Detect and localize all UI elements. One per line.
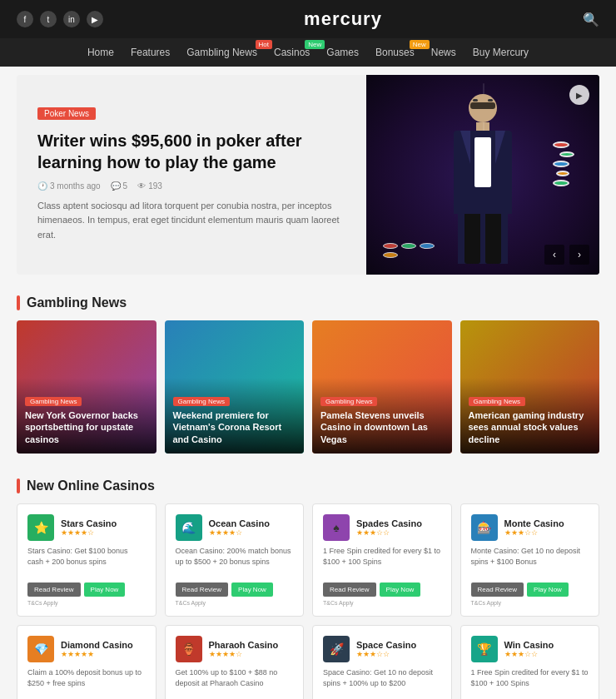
stars-tc: T&Cs Apply (27, 600, 146, 606)
casino-spades-header: ♠ Spades Casino ★★★☆☆ (323, 514, 441, 541)
prev-arrow[interactable]: ‹ (544, 245, 564, 265)
casino-win-header: 🏆 Win Casino ★★★☆☆ (471, 636, 589, 662)
top-header: f t in ▶ mercury 🔍 (0, 0, 616, 38)
ocean-casino-logo: 🌊 (176, 514, 202, 541)
casinos-section: New Online Casinos ⭐ Stars Casino ★★★★☆ … (0, 466, 616, 699)
stars-review-btn[interactable]: Read Review (27, 582, 81, 597)
search-button[interactable]: 🔍 (583, 12, 599, 27)
monte-casino-rating: ★★★☆☆ (504, 528, 564, 537)
hero-category-badge: Poker News (37, 107, 96, 120)
nav-features[interactable]: Features (131, 47, 170, 58)
casino-pharaoh: 🏺 Pharaoh Casino ★★★★☆ Get 100% up to $1… (165, 625, 305, 699)
gambling-news-title: Gambling News (17, 295, 599, 310)
win-casino-logo: 🏆 (471, 636, 498, 662)
social-icons: f t in ▶ (17, 11, 103, 27)
news-cat-3: Gambling News (320, 397, 377, 406)
win-casino-rating: ★★★☆☆ (504, 650, 554, 658)
win-casino-name: Win Casino (504, 640, 554, 650)
casino-space-header: 🚀 Space Casino ★★★☆☆ (323, 636, 441, 662)
monte-review-btn[interactable]: Read Review (471, 582, 524, 597)
casino-monte-header: 🎰 Monte Casino ★★★☆☆ (471, 514, 589, 541)
hero-section: Poker News Writer wins $95,600 in poker … (17, 75, 599, 275)
ocean-play-btn[interactable]: Play Now (231, 582, 273, 597)
space-casino-desc: Space Casino: Get 10 no deposit spins + … (323, 667, 441, 697)
twitter-icon[interactable]: t (40, 11, 57, 27)
spades-casino-rating: ★★★☆☆ (356, 528, 422, 537)
casino-monte: 🎰 Monte Casino ★★★☆☆ Monte Casino: Get 1… (460, 503, 600, 617)
pharaoh-casino-desc: Get 100% up to $100 + $88 no deposit at … (176, 667, 294, 697)
site-title: mercury (304, 8, 382, 30)
news-title-1: New York Governor backs sportsbetting fo… (25, 409, 148, 445)
casino-ocean-header: 🌊 Ocean Casino ★★★★☆ (176, 514, 294, 541)
stars-play-btn[interactable]: Play Now (84, 582, 126, 597)
news-card-1[interactable]: Gambling News New York Governor backs sp… (17, 320, 156, 454)
next-arrow[interactable]: › (569, 245, 589, 265)
spades-review-btn[interactable]: Read Review (323, 582, 376, 597)
news-title-4: American gaming industry sees annual sto… (469, 409, 592, 445)
ocean-review-btn[interactable]: Read Review (176, 582, 229, 597)
casino-space: 🚀 Space Casino ★★★☆☆ Space Casino: Get 1… (312, 625, 452, 699)
diamond-casino-logo: 💎 (27, 636, 54, 662)
casino-spades: ♠ Spades Casino ★★★☆☆ 1 Free Spin credit… (312, 503, 452, 617)
casino-diamond: 💎 Diamond Casino ★★★★★ Claim a 100% depo… (17, 625, 156, 699)
youtube-icon[interactable]: ▶ (87, 11, 103, 27)
spades-casino-desc: 1 Free Spin credited for every $1 to $10… (323, 546, 441, 576)
news-title-2: Weekend premiere for Vietnam's Corona Re… (173, 409, 296, 445)
hero-content: Poker News Writer wins $95,600 in poker … (17, 75, 366, 275)
stars-casino-name: Stars Casino (61, 518, 117, 528)
monte-casino-desc: Monte Casino: Get 10 no deposit spins + … (471, 546, 589, 576)
monte-casino-name: Monte Casino (504, 518, 564, 528)
gambling-news-section: Gambling News Gambling News New York Gov… (0, 283, 616, 466)
pharaoh-casino-name: Pharaoh Casino (209, 640, 279, 650)
main-nav: Home Features Gambling News Hot Casinos … (0, 38, 616, 67)
casino-stars: ⭐ Stars Casino ★★★★☆ Stars Casino: Get $… (17, 503, 156, 617)
hot-badge: Hot (256, 40, 272, 49)
diamond-casino-rating: ★★★★★ (61, 650, 133, 658)
ocean-casino-name: Ocean Casino (209, 518, 270, 528)
hero-title: Writer wins $95,600 in poker after learn… (37, 130, 345, 173)
monte-tc: T&Cs Apply (471, 600, 589, 606)
hero-views: 👁 193 (137, 181, 162, 191)
news-card-2[interactable]: Gambling News Weekend premiere for Vietn… (165, 320, 305, 454)
casino-ocean: 🌊 Ocean Casino ★★★★☆ Ocean Casino: 200% … (165, 503, 305, 617)
nav-gambling-news[interactable]: Gambling News Hot (186, 47, 257, 58)
new-badge-casinos: New (305, 40, 325, 49)
nav-bonuses[interactable]: Bonuses New (375, 47, 415, 58)
casinos-title: New Online Casinos (17, 478, 599, 493)
nav-games[interactable]: Games (326, 47, 359, 58)
nav-buy-mercury[interactable]: Buy Mercury (473, 47, 529, 58)
hero-description: Class aptent sociosqu ad litora torquent… (37, 199, 345, 243)
spades-tc: T&Cs Apply (323, 600, 441, 606)
ocean-tc: T&Cs Apply (176, 600, 294, 606)
ocean-casino-rating: ★★★★☆ (209, 528, 270, 537)
win-casino-desc: 1 Free Spin credited for every $1 to $10… (471, 667, 589, 697)
casino-win: 🏆 Win Casino ★★★☆☆ 1 Free Spin credited … (460, 625, 600, 699)
nav-casinos[interactable]: Casinos New (274, 47, 310, 58)
play-button[interactable]: ▶ (569, 85, 589, 105)
new-badge-bonuses: New (410, 40, 430, 49)
linkedin-icon[interactable]: in (63, 11, 80, 27)
news-title-3: Pamela Stevens unveils Casino in downtow… (320, 409, 444, 445)
spades-casino-name: Spades Casino (356, 518, 422, 528)
ocean-casino-desc: Ocean Casino: 200% match bonus up to $50… (176, 546, 294, 576)
news-cat-2: Gambling News (173, 397, 230, 406)
spades-play-btn[interactable]: Play Now (380, 582, 421, 597)
nav-news[interactable]: News (431, 47, 456, 58)
casino-stars-header: ⭐ Stars Casino ★★★★☆ (27, 514, 146, 541)
nav-home[interactable]: Home (87, 47, 114, 58)
pharaoh-casino-rating: ★★★★☆ (209, 650, 279, 658)
facebook-icon[interactable]: f (17, 11, 33, 27)
monte-play-btn[interactable]: Play Now (527, 582, 569, 597)
news-cat-1: Gambling News (25, 397, 82, 406)
hero-image: ▶ ‹ › (366, 75, 599, 275)
hero-meta: 🕐 3 months ago 💬 5 👁 193 (37, 181, 345, 191)
stars-casino-rating: ★★★★☆ (61, 528, 117, 537)
casinos-grid: ⭐ Stars Casino ★★★★☆ Stars Casino: Get $… (17, 503, 599, 699)
casino-diamond-header: 💎 Diamond Casino ★★★★★ (27, 636, 146, 662)
space-casino-logo: 🚀 (323, 636, 350, 662)
hero-comments: 💬 5 (111, 181, 128, 191)
hero-nav-arrows: ‹ › (544, 245, 589, 265)
news-card-4[interactable]: Gambling News American gaming industry s… (460, 320, 600, 454)
casino-pharaoh-header: 🏺 Pharaoh Casino ★★★★☆ (176, 636, 294, 662)
news-card-3[interactable]: Gambling News Pamela Stevens unveils Cas… (312, 320, 452, 454)
